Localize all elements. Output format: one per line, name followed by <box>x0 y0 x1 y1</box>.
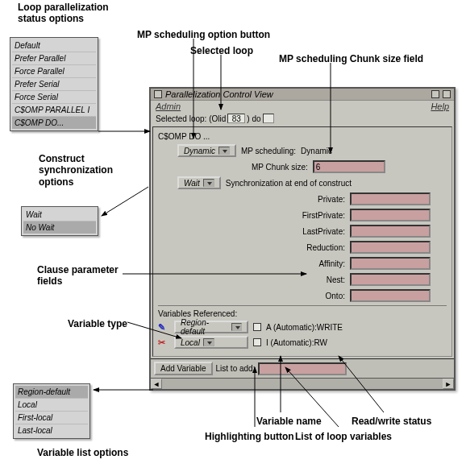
window-maximize-icon[interactable] <box>443 90 451 98</box>
clause-label-firstprivate: FirstPrivate: <box>281 211 345 220</box>
chevron-down-icon <box>218 147 230 155</box>
list-to-add-label: List to add: <box>216 364 256 373</box>
scroll-left-icon[interactable]: ◄ <box>151 379 162 389</box>
label-highlight-btn: Highlighting button <box>205 431 294 442</box>
label-loop-vars: List of loop variables <box>295 431 392 442</box>
mp-scheduling-line-label: MP scheduling: <box>241 147 296 155</box>
status-options-list: Default Prefer Parallel Force Parallel P… <box>10 37 98 131</box>
titlebar: Parallelization Control View <box>151 89 454 101</box>
pencil-icon: ✎ <box>158 322 169 333</box>
body-header: C$OMP DO ... <box>158 132 447 141</box>
label-var-name: Variable name <box>256 416 322 427</box>
clause-label-nest: Nest: <box>281 275 345 284</box>
bottom-bar: Add Variable List to add: <box>151 358 454 378</box>
status-opt[interactable]: C$OMP PARALLEL I <box>12 104 96 117</box>
varlist-opt-selected[interactable]: Region-default <box>15 386 88 399</box>
chevron-down-icon <box>203 338 214 346</box>
label-mp-button: MP scheduling option button <box>137 29 270 40</box>
window-title: Parallelization Control View <box>165 89 428 99</box>
mp-scheduling-button[interactable]: Dynamic <box>177 144 236 157</box>
clause-field-nest[interactable] <box>350 273 431 286</box>
variable-row: ✎ Region-default A (Automatic):WRITE <box>158 321 447 333</box>
clause-field-affinity[interactable] <box>350 257 431 270</box>
variable-row: ✂ Local I (Automatic):RW <box>158 336 447 349</box>
label-selected-loop: Selected loop <box>190 45 253 56</box>
clause-grid: Private: FirstPrivate: LastPrivate: Redu… <box>158 192 447 302</box>
clause-label-onto: Onto: <box>281 292 345 300</box>
sync-opt-selected[interactable]: No Wait <box>23 221 96 234</box>
varlist-opt[interactable]: Local <box>15 399 88 412</box>
clause-field-private[interactable] <box>350 192 431 205</box>
clause-label-lastprivate: LastPrivate: <box>281 227 345 236</box>
add-variable-button[interactable]: Add Variable <box>154 362 213 375</box>
selected-loop-id: 83 <box>227 114 245 123</box>
clause-label-private: Private: <box>281 195 345 204</box>
status-opt[interactable]: Default <box>12 39 96 52</box>
mp-scheduling-value: Dynamic <box>301 147 332 155</box>
status-opt[interactable]: Force Serial <box>12 91 96 104</box>
var-type-label: Local <box>181 338 200 347</box>
menu-help[interactable]: Help <box>431 101 449 111</box>
variables-header: Variables Referenced: <box>158 309 447 318</box>
clause-field-onto[interactable] <box>350 289 431 302</box>
sync-line-label: Synchronization at end of construct <box>226 179 352 188</box>
menubar: Admin Help <box>151 101 454 112</box>
clause-field-reduction[interactable] <box>350 241 431 254</box>
status-opt[interactable]: Prefer Serial <box>12 78 96 91</box>
sync-button[interactable]: Wait <box>177 176 221 189</box>
label-construct-sync: Construct synchronization options <box>39 153 127 188</box>
label-rw-status: Read/write status <box>352 416 431 427</box>
varlist-options-list: Region-default Local First-local Last-lo… <box>13 383 90 439</box>
label-mp-chunk: MP scheduling Chunk size field <box>279 53 423 64</box>
window-body: C$OMP DO ... Dynamic MP scheduling: Dyna… <box>152 126 452 357</box>
chevron-down-icon <box>231 323 242 331</box>
varlist-opt[interactable]: Last-local <box>15 424 88 437</box>
window-menu-icon[interactable] <box>154 90 162 98</box>
highlight-button[interactable] <box>253 338 261 346</box>
scissors-icon: ✂ <box>158 337 169 348</box>
sync-opt[interactable]: Wait <box>23 209 96 221</box>
svg-line-4 <box>102 187 148 216</box>
var-type-button[interactable]: Local <box>174 336 248 349</box>
selected-loop-prefix: Selected loop: (Olid <box>156 114 226 123</box>
label-variable-type: Variable type <box>68 318 127 329</box>
var-type-button[interactable]: Region-default <box>174 321 248 333</box>
scroll-right-icon[interactable]: ► <box>443 379 454 389</box>
clause-label-affinity: Affinity: <box>281 259 345 268</box>
parallelization-window: Parallelization Control View Admin Help … <box>149 87 456 391</box>
sync-options-list: Wait No Wait <box>21 206 98 236</box>
label-varlist-options: Variable list options <box>37 447 128 458</box>
label-loop-status: Loop parallelization status options <box>18 2 131 25</box>
highlight-button[interactable] <box>253 323 261 331</box>
list-to-add-field[interactable] <box>258 362 347 375</box>
status-opt[interactable]: Prefer Parallel <box>12 52 96 65</box>
clause-label-reduction: Reduction: <box>281 243 345 252</box>
menu-admin[interactable]: Admin <box>156 101 181 111</box>
mp-scheduling-label: Dynamic <box>184 147 215 155</box>
window-minimize-icon[interactable] <box>431 90 439 98</box>
variables-section: Variables Referenced: ✎ Region-default A… <box>158 305 447 349</box>
chunk-size-field[interactable] <box>313 160 385 173</box>
varlist-opt[interactable]: First-local <box>15 412 88 424</box>
selected-loop-extra <box>263 114 274 123</box>
selected-loop-row: Selected loop: (Olid 83 ) do <box>151 112 454 125</box>
variable-i: I (Automatic):RW <box>266 338 327 347</box>
chunk-size-label: MP Chunk size: <box>252 163 308 172</box>
var-type-label: Region-default <box>181 318 228 336</box>
chevron-down-icon <box>203 179 214 187</box>
clause-field-firstprivate[interactable] <box>350 209 431 221</box>
variable-a: A (Automatic):WRITE <box>266 323 343 332</box>
selected-loop-suffix: ) do <box>247 114 260 123</box>
status-opt[interactable]: Force Parallel <box>12 65 96 78</box>
status-opt-selected[interactable]: C$OMP DO... <box>12 117 96 129</box>
label-clause-fields: Clause parameter fields <box>37 264 126 288</box>
scrollbar[interactable]: ◄ ► <box>151 378 454 389</box>
clause-field-lastprivate[interactable] <box>350 225 431 238</box>
sync-button-label: Wait <box>184 179 200 188</box>
